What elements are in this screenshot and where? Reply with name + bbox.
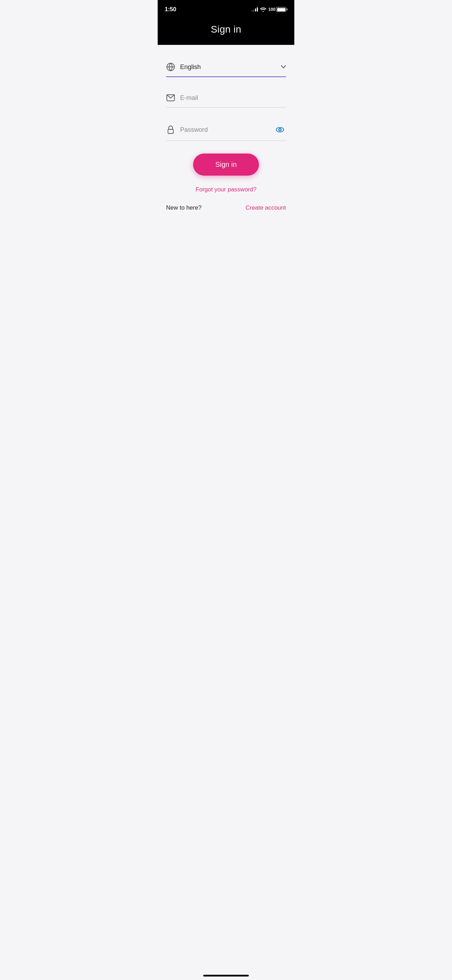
eye-icon: [275, 125, 285, 134]
page-header: Sign in: [158, 18, 294, 45]
page-title: Sign in: [165, 24, 287, 35]
status-bar: 1:50 100: [158, 0, 294, 18]
svg-rect-3: [168, 129, 173, 134]
lock-icon: [166, 125, 175, 134]
globe-icon: [166, 62, 175, 72]
status-time: 1:50: [165, 6, 176, 13]
battery-icon: 100: [268, 7, 287, 12]
language-label: English: [180, 64, 281, 71]
new-account-row: New to here? Create account: [166, 204, 286, 218]
forgot-password-section: Forgot your password?: [166, 186, 286, 193]
main-content: English Sign in Fo: [158, 45, 294, 229]
password-input-group: [166, 120, 286, 141]
sign-in-button[interactable]: Sign in: [193, 154, 259, 176]
new-to-here-text: New to here?: [166, 204, 202, 212]
language-selector[interactable]: English: [166, 59, 286, 77]
chevron-down-icon: [281, 65, 286, 69]
forgot-password-link[interactable]: Forgot your password?: [196, 186, 256, 193]
signal-icon: [251, 7, 258, 11]
svg-point-6: [279, 129, 281, 130]
email-icon: [166, 93, 175, 102]
password-toggle-button[interactable]: [274, 124, 286, 136]
create-account-link[interactable]: Create account: [246, 204, 286, 212]
password-field[interactable]: [180, 126, 274, 134]
email-input-group: [166, 90, 286, 108]
wifi-icon: [260, 7, 266, 12]
status-icons: 100: [251, 7, 287, 12]
email-field[interactable]: [180, 94, 286, 102]
